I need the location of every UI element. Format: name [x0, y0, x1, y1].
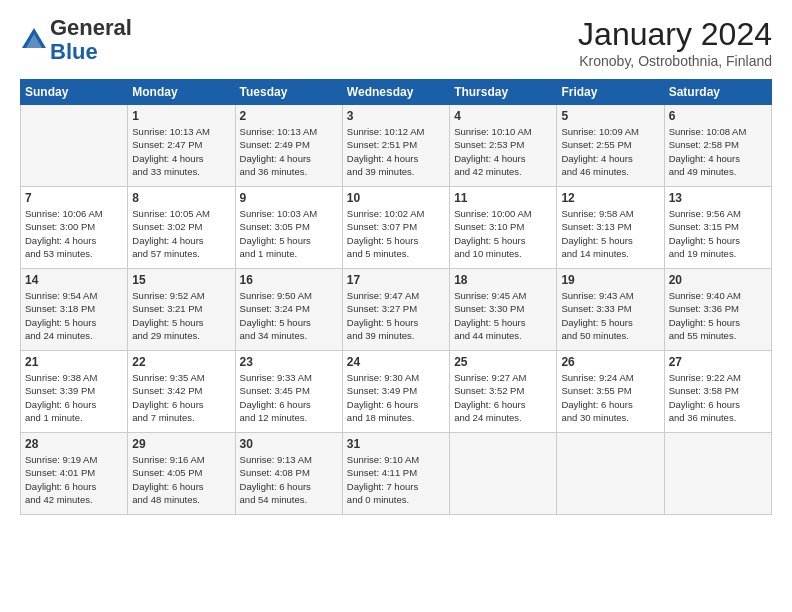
- day-number: 11: [454, 191, 552, 205]
- calendar-cell: [21, 105, 128, 187]
- page: General Blue January 2024 Kronoby, Ostro…: [0, 0, 792, 525]
- header: General Blue January 2024 Kronoby, Ostro…: [20, 16, 772, 69]
- day-number: 23: [240, 355, 338, 369]
- calendar-cell: 30Sunrise: 9:13 AM Sunset: 4:08 PM Dayli…: [235, 433, 342, 515]
- day-info: Sunrise: 10:13 AM Sunset: 2:49 PM Daylig…: [240, 125, 338, 178]
- calendar-cell: 19Sunrise: 9:43 AM Sunset: 3:33 PM Dayli…: [557, 269, 664, 351]
- calendar-cell: 6Sunrise: 10:08 AM Sunset: 2:58 PM Dayli…: [664, 105, 771, 187]
- day-info: Sunrise: 10:06 AM Sunset: 3:00 PM Daylig…: [25, 207, 123, 260]
- calendar-cell: 21Sunrise: 9:38 AM Sunset: 3:39 PM Dayli…: [21, 351, 128, 433]
- day-number: 26: [561, 355, 659, 369]
- day-number: 17: [347, 273, 445, 287]
- calendar-body: 1Sunrise: 10:13 AM Sunset: 2:47 PM Dayli…: [21, 105, 772, 515]
- day-info: Sunrise: 10:03 AM Sunset: 3:05 PM Daylig…: [240, 207, 338, 260]
- day-info: Sunrise: 10:02 AM Sunset: 3:07 PM Daylig…: [347, 207, 445, 260]
- day-number: 28: [25, 437, 123, 451]
- day-number: 16: [240, 273, 338, 287]
- day-number: 15: [132, 273, 230, 287]
- day-info: Sunrise: 9:40 AM Sunset: 3:36 PM Dayligh…: [669, 289, 767, 342]
- calendar-table: SundayMondayTuesdayWednesdayThursdayFrid…: [20, 79, 772, 515]
- calendar-week-row: 21Sunrise: 9:38 AM Sunset: 3:39 PM Dayli…: [21, 351, 772, 433]
- day-info: Sunrise: 10:09 AM Sunset: 2:55 PM Daylig…: [561, 125, 659, 178]
- calendar-cell: 10Sunrise: 10:02 AM Sunset: 3:07 PM Dayl…: [342, 187, 449, 269]
- calendar-cell: 26Sunrise: 9:24 AM Sunset: 3:55 PM Dayli…: [557, 351, 664, 433]
- day-number: 27: [669, 355, 767, 369]
- day-number: 19: [561, 273, 659, 287]
- calendar-cell: 11Sunrise: 10:00 AM Sunset: 3:10 PM Dayl…: [450, 187, 557, 269]
- day-info: Sunrise: 9:30 AM Sunset: 3:49 PM Dayligh…: [347, 371, 445, 424]
- logo-icon: [20, 26, 48, 54]
- calendar-cell: 24Sunrise: 9:30 AM Sunset: 3:49 PM Dayli…: [342, 351, 449, 433]
- day-info: Sunrise: 9:13 AM Sunset: 4:08 PM Dayligh…: [240, 453, 338, 506]
- day-info: Sunrise: 9:45 AM Sunset: 3:30 PM Dayligh…: [454, 289, 552, 342]
- day-info: Sunrise: 10:00 AM Sunset: 3:10 PM Daylig…: [454, 207, 552, 260]
- day-number: 31: [347, 437, 445, 451]
- day-number: 5: [561, 109, 659, 123]
- calendar-cell: 8Sunrise: 10:05 AM Sunset: 3:02 PM Dayli…: [128, 187, 235, 269]
- calendar-cell: 25Sunrise: 9:27 AM Sunset: 3:52 PM Dayli…: [450, 351, 557, 433]
- day-number: 29: [132, 437, 230, 451]
- header-day: Saturday: [664, 80, 771, 105]
- calendar-week-row: 28Sunrise: 9:19 AM Sunset: 4:01 PM Dayli…: [21, 433, 772, 515]
- day-info: Sunrise: 9:24 AM Sunset: 3:55 PM Dayligh…: [561, 371, 659, 424]
- calendar-week-row: 1Sunrise: 10:13 AM Sunset: 2:47 PM Dayli…: [21, 105, 772, 187]
- location: Kronoby, Ostrobothnia, Finland: [578, 53, 772, 69]
- day-info: Sunrise: 9:43 AM Sunset: 3:33 PM Dayligh…: [561, 289, 659, 342]
- calendar-cell: 9Sunrise: 10:03 AM Sunset: 3:05 PM Dayli…: [235, 187, 342, 269]
- calendar-header: SundayMondayTuesdayWednesdayThursdayFrid…: [21, 80, 772, 105]
- day-number: 7: [25, 191, 123, 205]
- day-number: 21: [25, 355, 123, 369]
- calendar-cell: 20Sunrise: 9:40 AM Sunset: 3:36 PM Dayli…: [664, 269, 771, 351]
- day-number: 18: [454, 273, 552, 287]
- day-number: 30: [240, 437, 338, 451]
- calendar-cell: 23Sunrise: 9:33 AM Sunset: 3:45 PM Dayli…: [235, 351, 342, 433]
- calendar-cell: 16Sunrise: 9:50 AM Sunset: 3:24 PM Dayli…: [235, 269, 342, 351]
- day-info: Sunrise: 9:27 AM Sunset: 3:52 PM Dayligh…: [454, 371, 552, 424]
- header-day: Wednesday: [342, 80, 449, 105]
- header-day: Thursday: [450, 80, 557, 105]
- calendar-cell: 12Sunrise: 9:58 AM Sunset: 3:13 PM Dayli…: [557, 187, 664, 269]
- logo-general-text: General: [50, 15, 132, 40]
- calendar-cell: 15Sunrise: 9:52 AM Sunset: 3:21 PM Dayli…: [128, 269, 235, 351]
- calendar-cell: [664, 433, 771, 515]
- calendar-cell: 31Sunrise: 9:10 AM Sunset: 4:11 PM Dayli…: [342, 433, 449, 515]
- calendar-cell: 13Sunrise: 9:56 AM Sunset: 3:15 PM Dayli…: [664, 187, 771, 269]
- day-info: Sunrise: 9:52 AM Sunset: 3:21 PM Dayligh…: [132, 289, 230, 342]
- calendar-cell: 28Sunrise: 9:19 AM Sunset: 4:01 PM Dayli…: [21, 433, 128, 515]
- day-info: Sunrise: 9:19 AM Sunset: 4:01 PM Dayligh…: [25, 453, 123, 506]
- month-title: January 2024: [578, 16, 772, 53]
- calendar-week-row: 7Sunrise: 10:06 AM Sunset: 3:00 PM Dayli…: [21, 187, 772, 269]
- calendar-cell: [450, 433, 557, 515]
- day-info: Sunrise: 9:38 AM Sunset: 3:39 PM Dayligh…: [25, 371, 123, 424]
- day-number: 2: [240, 109, 338, 123]
- calendar-cell: [557, 433, 664, 515]
- day-info: Sunrise: 10:05 AM Sunset: 3:02 PM Daylig…: [132, 207, 230, 260]
- day-info: Sunrise: 9:33 AM Sunset: 3:45 PM Dayligh…: [240, 371, 338, 424]
- day-number: 8: [132, 191, 230, 205]
- day-info: Sunrise: 9:58 AM Sunset: 3:13 PM Dayligh…: [561, 207, 659, 260]
- calendar-cell: 2Sunrise: 10:13 AM Sunset: 2:49 PM Dayli…: [235, 105, 342, 187]
- header-row: SundayMondayTuesdayWednesdayThursdayFrid…: [21, 80, 772, 105]
- day-number: 9: [240, 191, 338, 205]
- day-info: Sunrise: 9:22 AM Sunset: 3:58 PM Dayligh…: [669, 371, 767, 424]
- day-number: 3: [347, 109, 445, 123]
- day-number: 12: [561, 191, 659, 205]
- calendar-cell: 5Sunrise: 10:09 AM Sunset: 2:55 PM Dayli…: [557, 105, 664, 187]
- day-info: Sunrise: 9:47 AM Sunset: 3:27 PM Dayligh…: [347, 289, 445, 342]
- logo: General Blue: [20, 16, 132, 64]
- day-info: Sunrise: 9:10 AM Sunset: 4:11 PM Dayligh…: [347, 453, 445, 506]
- day-number: 1: [132, 109, 230, 123]
- day-info: Sunrise: 9:56 AM Sunset: 3:15 PM Dayligh…: [669, 207, 767, 260]
- calendar-cell: 18Sunrise: 9:45 AM Sunset: 3:30 PM Dayli…: [450, 269, 557, 351]
- day-number: 10: [347, 191, 445, 205]
- day-info: Sunrise: 9:50 AM Sunset: 3:24 PM Dayligh…: [240, 289, 338, 342]
- day-number: 25: [454, 355, 552, 369]
- calendar-cell: 1Sunrise: 10:13 AM Sunset: 2:47 PM Dayli…: [128, 105, 235, 187]
- header-day: Friday: [557, 80, 664, 105]
- day-number: 13: [669, 191, 767, 205]
- day-number: 20: [669, 273, 767, 287]
- calendar-cell: 17Sunrise: 9:47 AM Sunset: 3:27 PM Dayli…: [342, 269, 449, 351]
- header-day: Tuesday: [235, 80, 342, 105]
- header-day: Monday: [128, 80, 235, 105]
- day-number: 22: [132, 355, 230, 369]
